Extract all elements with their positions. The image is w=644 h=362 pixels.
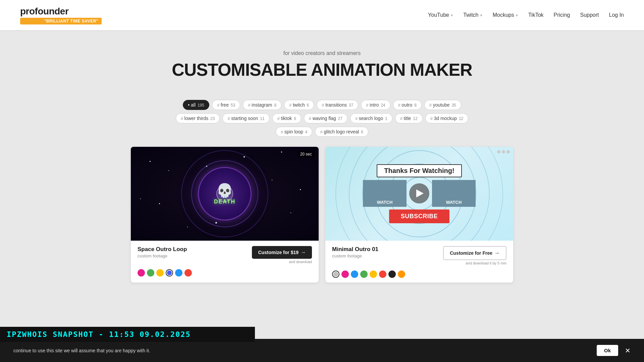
badge-dot-3 — [506, 150, 510, 154]
death-label: DEATH — [214, 198, 235, 205]
tag-starting-soon[interactable]: # starting soon 11 — [222, 113, 269, 123]
outro-content: Thanks For Watching! WATCH WATCH SUBSCRI… — [335, 164, 504, 223]
card-thumb-left[interactable]: 💀 DEATH 20 sec — [131, 147, 319, 241]
watch-label-left: WATCH — [377, 200, 393, 205]
card-info-right: Minimal Outro 01 custom footage Customiz… — [325, 241, 513, 270]
thanks-box: Thanks For Watching! — [377, 164, 462, 177]
nav-item-log-in[interactable]: Log In — [609, 12, 624, 18]
color-dot-2[interactable] — [156, 269, 164, 277]
logo-tagline: ★★★★★"BRILLIANT TIME SAVER" — [20, 18, 102, 24]
cta-sub-right: and download it by 5 min — [443, 261, 506, 265]
tags-row-3: # spin loop 4# glitch logo reveal 6 — [276, 127, 368, 137]
color-dot-4[interactable] — [175, 269, 182, 277]
tag-transitions[interactable]: # transitions 37 — [317, 100, 358, 110]
skull-icon: 💀 — [214, 183, 235, 198]
cookie-banner: continue to use this site we will assume… — [0, 339, 644, 362]
nav-item-tiktok[interactable]: TikTok — [528, 12, 544, 18]
cta-sub: and download — [252, 260, 312, 264]
watch-box-left: WATCH — [363, 180, 407, 207]
tags-row-2: # lower thirds 23# starting soon 11# tik… — [176, 113, 468, 123]
tag-search-logo[interactable]: # search logo 1 — [350, 113, 392, 123]
nav-plus-icon: + — [480, 12, 483, 18]
card-subtitle-right: custom footage — [332, 253, 378, 258]
card-colors-left — [131, 269, 319, 281]
color-dot-0[interactable] — [332, 270, 339, 278]
tag-free[interactable]: # free 53 — [212, 100, 240, 110]
badge-dot-2 — [502, 150, 505, 154]
card-title-right: Minimal Outro 01 — [332, 246, 378, 253]
nav-plus-icon: + — [516, 12, 518, 18]
customize-btn-paid[interactable]: Customize for $19 → — [252, 246, 312, 259]
badge-dot-1 — [497, 150, 500, 154]
snapshot-banner: IPZWHOIS SNAPSHOT - 11:53 09.02.2025 — [0, 327, 255, 342]
nav-item-youtube[interactable]: YouTube+ — [428, 12, 453, 18]
card-thumb-right[interactable]: Thanks For Watching! WATCH WATCH SUBSCRI… — [325, 147, 513, 241]
color-dot-1[interactable] — [341, 270, 349, 278]
tag-waving-flag[interactable]: # waving flag 27 — [304, 113, 347, 123]
tag-all[interactable]: • all 195 — [183, 100, 209, 110]
watch-row: WATCH WATCH — [335, 180, 504, 207]
color-dot-3[interactable] — [360, 270, 368, 278]
customize-btn-free[interactable]: Customize for Free → — [443, 246, 506, 260]
tags-row-1: • all 195# free 53# instagram 8# twitch … — [183, 100, 461, 110]
duration-badge: 20 sec — [298, 151, 315, 158]
hero-title: CUSTOMISABLE ANIMATION MAKER — [7, 60, 637, 80]
color-dot-4[interactable] — [370, 270, 377, 278]
cookie-text: continue to use this site we will assume… — [13, 348, 590, 353]
tag-tiktok[interactable]: # tiktok 6 — [272, 113, 301, 123]
nav-item-mockups[interactable]: Mockups+ — [493, 12, 518, 18]
tag-twitch[interactable]: # twitch 6 — [284, 100, 314, 110]
watch-label-right: WATCH — [446, 200, 462, 205]
subscribe-btn[interactable]: SUBSCRIBE — [389, 209, 450, 223]
logo[interactable]: profounder — [20, 6, 68, 17]
nav-item-twitch[interactable]: Twitch+ — [463, 12, 483, 18]
top-right-badges — [497, 150, 510, 154]
center-play-icon — [416, 189, 424, 197]
card-info-left: Space Outro Loop custom footage Customiz… — [131, 241, 319, 269]
watch-box-right: WATCH — [432, 180, 476, 207]
cards-grid: 💀 DEATH 20 sec Space Outro Loop custom f… — [121, 143, 523, 286]
main-nav: YouTube+Twitch+Mockups+TikTokPricingSupp… — [428, 12, 624, 18]
card-title: Space Outro Loop — [138, 246, 187, 253]
logo-area: profounder ★★★★★"BRILLIANT TIME SAVER" — [20, 6, 102, 24]
nav-item-support[interactable]: Support — [580, 12, 599, 18]
color-dot-2[interactable] — [351, 270, 358, 278]
card-space-outro: 💀 DEATH 20 sec Space Outro Loop custom f… — [131, 147, 319, 283]
center-play-btn[interactable] — [409, 183, 429, 203]
tag-title[interactable]: # title 12 — [395, 113, 423, 123]
tag-outro[interactable]: # outro 8 — [393, 100, 422, 110]
color-dot-0[interactable] — [138, 269, 145, 277]
tag-spin-loop[interactable]: # spin loop 4 — [276, 127, 312, 137]
color-dot-5[interactable] — [184, 269, 192, 277]
tag-intro[interactable]: # intro 24 — [361, 100, 390, 110]
arrow-icon: → — [301, 249, 306, 255]
hero-subtitle: for video creators and streamers — [7, 50, 637, 56]
card-title-area-right: Minimal Outro 01 custom footage — [332, 246, 378, 258]
color-dot-3[interactable] — [166, 269, 173, 277]
color-dot-6[interactable] — [388, 270, 396, 278]
cookie-ok-button[interactable]: Ok — [597, 345, 618, 356]
stars-icon: ★★★★★ — [23, 19, 43, 23]
hero-section: for video creators and streamers CUSTOMI… — [0, 30, 644, 90]
color-dot-7[interactable] — [398, 270, 405, 278]
color-dot-1[interactable] — [147, 269, 154, 277]
cta-label: Customize for $19 — [258, 250, 299, 255]
card-colors-right — [325, 270, 513, 283]
card-cta-area: Customize for $19 → and download — [252, 246, 312, 264]
card-title-area: Space Outro Loop custom footage — [138, 246, 187, 258]
card-cta-area-right: Customize for Free → and download it by … — [443, 246, 506, 265]
arrow-icon-right: → — [494, 250, 500, 256]
header: profounder ★★★★★"BRILLIANT TIME SAVER" Y… — [0, 0, 644, 30]
tag-glitch-logo-reveal[interactable]: # glitch logo reveal 6 — [315, 127, 368, 137]
cta-label-free: Customize for Free — [450, 250, 492, 256]
tag-instagram[interactable]: # instagram 8 — [243, 100, 281, 110]
tag-youtube[interactable]: # youtube 35 — [424, 100, 461, 110]
tag-3d-mockup[interactable]: # 3d mockup 12 — [425, 113, 469, 123]
tags-container: • all 195# free 53# instagram 8# twitch … — [171, 100, 473, 137]
color-dot-5[interactable] — [379, 270, 386, 278]
card-subtitle: custom footage — [138, 253, 187, 258]
tag-lower-thirds[interactable]: # lower thirds 23 — [176, 113, 220, 123]
nav-plus-icon: + — [450, 12, 453, 18]
nav-item-pricing[interactable]: Pricing — [554, 12, 570, 18]
cookie-close-button[interactable]: ✕ — [625, 347, 631, 355]
